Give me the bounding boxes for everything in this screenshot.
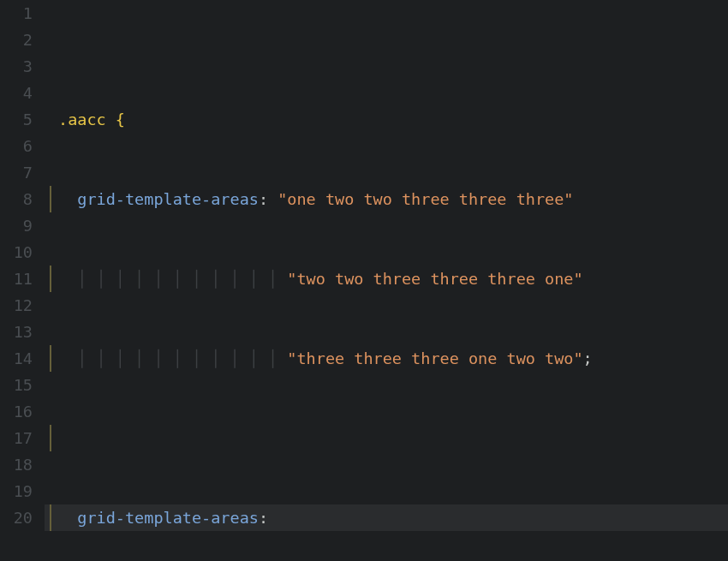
code-area[interactable]: .aacc { grid-template-areas: "one two tw… [45,0,728,561]
line-number: 18 [0,451,33,478]
code-line[interactable]: grid-template-areas: [45,504,728,531]
line-number: 10 [0,239,33,266]
line-number: 7 [0,159,33,186]
line-number: 2 [0,27,33,53]
css-string: "three three three one two two" [287,349,582,367]
line-number: 20 [0,504,33,531]
colon: : [259,509,268,527]
css-property: grid-template-areas [77,509,259,527]
line-number: 11 [0,266,33,292]
css-selector: .aacc [58,110,106,128]
line-number-gutter: 1 2 3 4 5 6 7 8 9 10 11 12 13 14 15 16 1… [0,0,45,561]
code-line[interactable]: │ │ │ │ │ │ │ │ │ │ │ "three three three… [45,345,728,372]
code-line[interactable] [45,425,728,451]
line-number: 8 [0,186,33,212]
line-number: 5 [0,106,33,133]
line-number: 16 [0,398,33,425]
line-number: 3 [0,53,33,80]
code-line[interactable]: │ │ │ │ │ │ │ │ │ │ │ "two two three thr… [45,266,728,292]
line-number: 6 [0,133,33,159]
line-number: 9 [0,212,33,239]
indent-guides: │ │ │ │ │ │ │ │ │ │ │ [77,345,277,372]
line-number: 19 [0,478,33,504]
code-editor[interactable]: 1 2 3 4 5 6 7 8 9 10 11 12 13 14 15 16 1… [0,0,728,561]
line-number: 17 [0,425,33,451]
indent-guides: │ │ │ │ │ │ │ │ │ │ │ [77,266,277,292]
line-number: 1 [0,0,33,27]
line-number: 14 [0,345,33,372]
css-string: "one two two three three three" [277,190,573,208]
colon: : [259,190,268,208]
line-number: 12 [0,292,33,319]
code-line[interactable]: .aacc { [45,106,728,133]
line-number: 13 [0,319,33,345]
code-line[interactable]: grid-template-areas: "one two two three … [45,186,728,212]
semicolon: ; [583,349,593,367]
brace-open: { [106,110,125,128]
line-number: 4 [0,80,33,106]
css-property: grid-template-areas [77,190,259,208]
css-string: "two two three three three one" [287,270,582,288]
line-number: 15 [0,372,33,398]
